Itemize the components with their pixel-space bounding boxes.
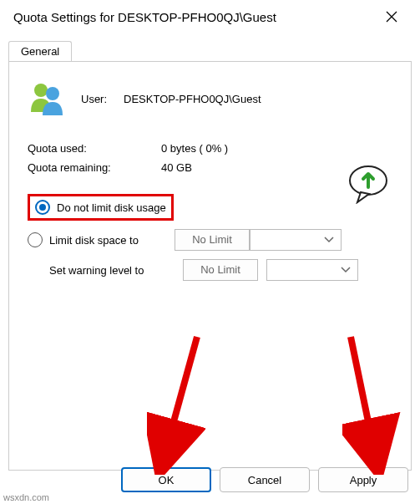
limit-value-input[interactable]: No Limit (175, 229, 250, 251)
apply-button[interactable]: Apply (318, 467, 408, 492)
quota-used-row: Quota used: 0 bytes ( 0% ) (28, 142, 392, 155)
user-row: User: DESKTOP-PFHO0QJ\Guest (28, 80, 392, 117)
balloon-icon (346, 164, 391, 206)
radio-limit-label: Limit disk space to (49, 234, 175, 247)
quota-remaining-value: 40 GB (161, 161, 192, 174)
watermark: wsxdn.com (3, 492, 49, 502)
tabstrip: General (0, 33, 420, 61)
tab-panel-general: User: DESKTOP-PFHO0QJ\Guest Quota used: … (8, 61, 412, 471)
option-no-limit-row: Do not limit disk usage (28, 194, 392, 221)
chevron-down-icon (324, 237, 334, 243)
cancel-button[interactable]: Cancel (220, 467, 310, 492)
radio-no-limit[interactable] (35, 200, 50, 215)
quota-used-label: Quota used: (28, 142, 161, 155)
tab-general[interactable]: General (8, 41, 72, 62)
warning-label: Set warning level to (49, 264, 175, 277)
limit-unit-combo[interactable] (250, 229, 342, 251)
warning-value-input[interactable]: No Limit (183, 259, 258, 281)
users-icon (28, 80, 68, 117)
quota-remaining-row: Quota remaining: 40 GB (28, 161, 392, 174)
option-limit-row: Limit disk space to No Limit (28, 229, 392, 251)
svg-point-3 (46, 87, 59, 100)
option-warning-row: Set warning level to No Limit (49, 259, 392, 281)
close-icon (386, 11, 397, 23)
warning-unit-combo[interactable] (266, 259, 358, 281)
quota-remaining-label: Quota remaining: (28, 161, 161, 174)
window-title: Quota Settings for DESKTOP-PFHO0QJ\Guest (13, 10, 373, 24)
close-button[interactable] (373, 3, 410, 30)
annotation-highlight: Do not limit disk usage (28, 194, 174, 221)
radio-no-limit-label: Do not limit disk usage (57, 201, 166, 214)
titlebar: Quota Settings for DESKTOP-PFHO0QJ\Guest (0, 0, 420, 33)
user-value: DESKTOP-PFHO0QJ\Guest (124, 93, 261, 105)
chevron-down-icon (341, 267, 351, 273)
svg-point-2 (34, 84, 48, 97)
radio-limit[interactable] (28, 232, 43, 247)
ok-button[interactable]: OK (121, 467, 211, 492)
quota-used-value: 0 bytes ( 0% ) (161, 142, 228, 155)
user-label: User: (81, 93, 107, 105)
dialog-buttons: OK Cancel Apply (121, 467, 408, 492)
radio-group: Do not limit disk usage Limit disk space… (28, 194, 392, 281)
